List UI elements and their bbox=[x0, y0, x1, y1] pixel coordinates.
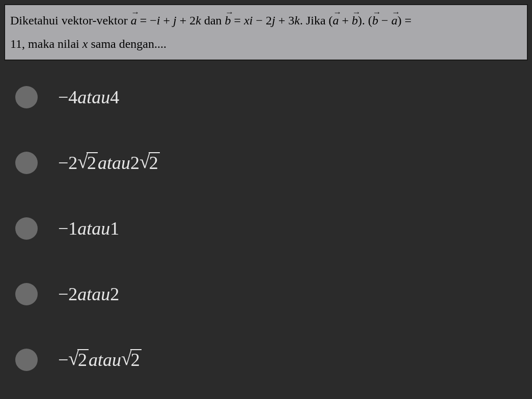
unit-k: k bbox=[294, 14, 300, 27]
q-line2-text: , maka nilai bbox=[22, 37, 82, 50]
opt-atau: atau bbox=[89, 349, 121, 370]
option-row-1[interactable]: −4 atau 4 bbox=[15, 86, 528, 108]
unit-k: k bbox=[195, 14, 201, 27]
radio-button[interactable] bbox=[15, 152, 38, 174]
opt-neg: − bbox=[58, 349, 68, 370]
var-x: x bbox=[244, 14, 249, 27]
q-eq: = − bbox=[137, 14, 157, 27]
sqrt-icon: √2 bbox=[139, 152, 160, 174]
vector-a: a bbox=[131, 9, 137, 33]
unit-j: j bbox=[272, 14, 275, 27]
opt-neg: −4 bbox=[58, 87, 77, 108]
opt-atau: atau bbox=[77, 218, 110, 239]
radio-button[interactable] bbox=[15, 349, 38, 371]
opt-neg: −2 bbox=[58, 152, 77, 174]
q-plus: + bbox=[160, 14, 174, 27]
option-text-2: −2√2 atau 2√2 bbox=[58, 152, 160, 174]
option-row-5[interactable]: −√2 atau √2 bbox=[15, 349, 528, 371]
radio-button[interactable] bbox=[15, 86, 38, 108]
q-plus: + 2 bbox=[177, 14, 196, 27]
opt-atau: atau bbox=[98, 152, 130, 174]
opt-pos: 4 bbox=[110, 87, 119, 108]
option-row-2[interactable]: −2√2 atau 2√2 bbox=[15, 152, 528, 174]
option-row-3[interactable]: −1 atau 1 bbox=[15, 217, 528, 240]
options-container: −4 atau 4 −2√2 atau 2√2 −1 atau 1 −2 ata… bbox=[4, 86, 528, 371]
opt-neg: −1 bbox=[58, 218, 77, 239]
option-row-4[interactable]: −2 atau 2 bbox=[15, 283, 528, 305]
var-x: x bbox=[82, 37, 88, 50]
unit-j: j bbox=[173, 14, 177, 27]
option-text-3: −1 atau 1 bbox=[58, 218, 119, 239]
opt-pos: 1 bbox=[110, 218, 119, 239]
option-text-5: −√2 atau √2 bbox=[58, 349, 142, 370]
sqrt-icon: √2 bbox=[68, 349, 89, 370]
option-text-1: −4 atau 4 bbox=[58, 87, 119, 108]
q-jika: . Jika ( bbox=[300, 14, 333, 27]
radio-button[interactable] bbox=[15, 283, 38, 305]
opt-pos: 2 bbox=[130, 152, 139, 174]
q-value: 11 bbox=[10, 37, 22, 50]
vector-b: b bbox=[225, 9, 231, 33]
vector-b: b bbox=[372, 9, 378, 33]
unit-i: i bbox=[157, 14, 160, 27]
vector-a: a bbox=[333, 9, 339, 33]
opt-pos: 2 bbox=[110, 283, 119, 305]
question-box: Diketahui vektor-vektor a = −i + j + 2k … bbox=[4, 4, 528, 61]
opt-neg: −2 bbox=[58, 283, 77, 305]
q-dan: dan bbox=[201, 14, 225, 27]
vector-a: a bbox=[391, 9, 398, 33]
opt-atau: atau bbox=[77, 87, 110, 108]
sqrt-icon: √2 bbox=[121, 349, 142, 370]
vector-b: b bbox=[352, 9, 358, 33]
q-line2-end: sama dengan.... bbox=[88, 37, 166, 50]
question-text-prefix: Diketahui vektor-vektor bbox=[10, 14, 131, 27]
q-minus: − 2 bbox=[253, 14, 272, 27]
opt-atau: atau bbox=[77, 283, 110, 305]
radio-button[interactable] bbox=[15, 217, 38, 240]
q-plus: + 3 bbox=[275, 14, 295, 27]
option-text-4: −2 atau 2 bbox=[58, 283, 119, 305]
sqrt-icon: √2 bbox=[77, 152, 98, 174]
